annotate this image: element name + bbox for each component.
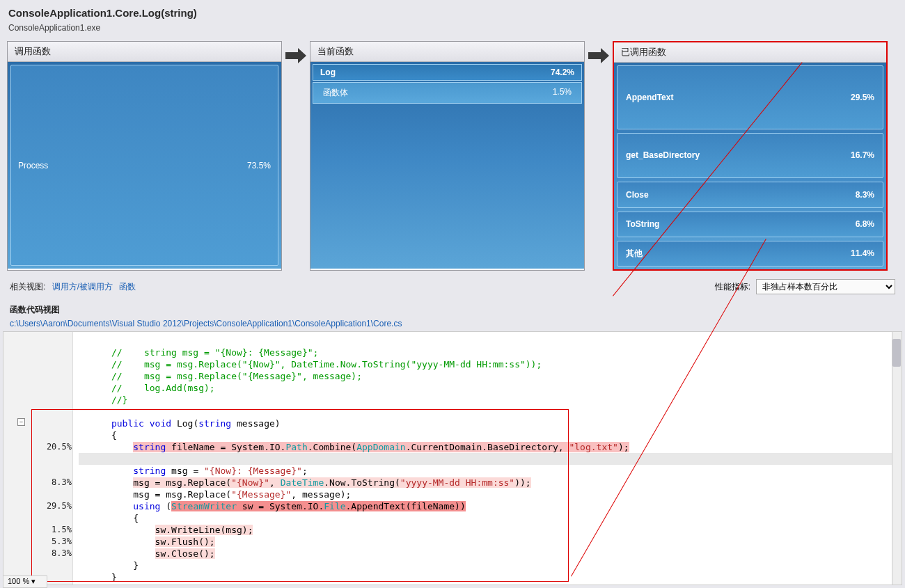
pct-column: 20.5% 8.3% 29.5% 1.5% 5.3% 8.3% <box>41 335 72 571</box>
calling-functions-panel: 调用函数 Process 73.5% <box>7 41 282 271</box>
called-item-name: ToString <box>626 219 659 229</box>
called-item-tostring[interactable]: ToString 6.8% <box>617 212 883 237</box>
current-body-row[interactable]: 函数体 1.5% <box>313 82 582 104</box>
current-body-pct: 1.5% <box>553 87 572 99</box>
called-item-other[interactable]: 其他 11.4% <box>617 241 883 267</box>
below-row: 相关视图: 调用方/被调用方 函数 性能指标: 非独占样本数百分比 <box>0 276 905 300</box>
called-item-pct: 16.7% <box>851 150 874 160</box>
calling-item-pct: 73.5% <box>247 161 271 170</box>
code-editor[interactable]: − 20.5% 8.3% 29.5% 1.5% 5.3% 8.3% // str… <box>3 331 902 585</box>
vertical-scrollbar[interactable] <box>892 332 902 585</box>
called-item-pct: 8.3% <box>856 190 874 200</box>
scroll-thumb[interactable] <box>892 339 901 367</box>
current-log-label: Log <box>320 67 336 77</box>
calling-panel-title: 调用函数 <box>8 42 281 62</box>
called-functions-panel: 已调用函数 AppendText 29.5% get_BaseDirectory… <box>613 41 888 271</box>
perf-metric-label: 性能指标: <box>715 281 750 293</box>
called-item-appendtext[interactable]: AppendText 29.5% <box>617 65 883 129</box>
current-function-panel: 当前函数 Log 74.2% 函数体 1.5% <box>310 41 585 271</box>
called-item-name: 其他 <box>626 248 643 260</box>
code-view-header: 函数代码视图 <box>0 300 905 317</box>
code-file-path[interactable]: c:\Users\Aaron\Documents\Visual Studio 2… <box>0 317 905 331</box>
current-panel-title: 当前函数 <box>310 42 584 62</box>
called-item-pct: 11.4% <box>851 248 874 258</box>
related-label: 相关视图: <box>10 282 45 292</box>
called-panel-title: 已调用函数 <box>614 42 886 63</box>
called-item-basedir[interactable]: get_BaseDirectory 16.7% <box>617 133 883 179</box>
page-title: ConsoleApplication1.Core.Log(string) <box>8 7 897 19</box>
current-body-label: 函数体 <box>323 87 348 99</box>
code-content[interactable]: // string msg = "{Now}: {Message}"; // m… <box>73 332 892 585</box>
related-link-caller[interactable]: 调用方/被调用方 <box>52 282 113 292</box>
current-log-pct: 74.2% <box>551 67 574 77</box>
called-item-pct: 6.8% <box>856 219 874 229</box>
called-item-name: Close <box>626 190 649 200</box>
arrow-icon <box>585 41 613 271</box>
called-item-name: get_BaseDirectory <box>626 150 700 160</box>
zoom-level[interactable]: 100 % ▾ <box>3 575 47 588</box>
arrow-icon <box>282 41 310 271</box>
called-item-name: AppendText <box>626 93 673 102</box>
calling-item-name: Process <box>18 161 48 170</box>
page-subtitle: ConsoleApplication1.exe <box>8 23 897 33</box>
header: ConsoleApplication1.Core.Log(string) Con… <box>0 0 905 37</box>
calling-item-process[interactable]: Process 73.5% <box>10 65 278 266</box>
fold-icon[interactable]: − <box>17 418 25 426</box>
called-item-pct: 29.5% <box>851 93 874 102</box>
code-gutter: − 20.5% 8.3% 29.5% 1.5% 5.3% 8.3% <box>3 332 73 585</box>
related-views: 相关视图: 调用方/被调用方 函数 <box>10 281 136 293</box>
current-log-row[interactable]: Log 74.2% <box>313 64 582 81</box>
related-link-function[interactable]: 函数 <box>119 282 136 292</box>
called-item-close[interactable]: Close 8.3% <box>617 182 883 207</box>
call-panels: 调用函数 Process 73.5% 当前函数 Log 74.2% 函数体 1.… <box>0 37 905 276</box>
perf-metric-select[interactable]: 非独占样本数百分比 <box>756 279 895 294</box>
